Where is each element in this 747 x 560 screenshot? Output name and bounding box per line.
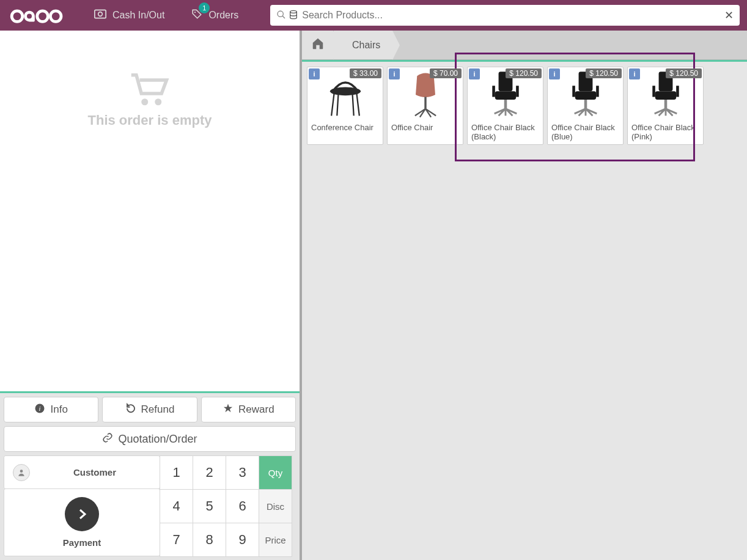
- numpad: 1 2 3 Qty 4 5 6 Disc 7 8 9 Price: [160, 455, 292, 556]
- empty-order-text: This order is empty: [88, 112, 212, 128]
- product-card[interactable]: i $ 120.50 Office Chair Black (Pink): [627, 67, 704, 145]
- breadcrumb-home[interactable]: [302, 31, 334, 59]
- product-name: Office Chair Black (Pink): [628, 122, 703, 144]
- product-name: Office Chair Black (Blue): [548, 122, 623, 144]
- home-icon: [311, 37, 325, 53]
- cash-label: Cash In/Out: [112, 10, 164, 21]
- customer-button[interactable]: Customer: [4, 455, 160, 489]
- svg-point-9: [155, 98, 161, 105]
- numpad-9[interactable]: 9: [226, 523, 259, 557]
- product-card[interactable]: i $ 70.00 Office Chair: [387, 67, 463, 145]
- search-icon: [276, 10, 286, 21]
- product-price: $ 120.50: [506, 68, 542, 78]
- refund-button[interactable]: Refund: [102, 397, 197, 422]
- product-name: Conference Chair: [307, 122, 383, 135]
- star-icon: [223, 403, 234, 417]
- numpad-5[interactable]: 5: [193, 489, 226, 523]
- search-box[interactable]: ✕: [270, 5, 740, 26]
- numpad-4[interactable]: 4: [160, 489, 193, 523]
- svg-point-2: [50, 11, 61, 22]
- payment-button[interactable]: Payment: [4, 488, 160, 556]
- search-input[interactable]: [302, 10, 724, 21]
- odoo-logo[interactable]: [0, 6, 81, 25]
- numpad-8[interactable]: 8: [193, 523, 226, 557]
- app-header: Cash In/Out 1 Orders ✕: [0, 0, 747, 31]
- user-icon: [13, 464, 30, 481]
- cash-in-out-button[interactable]: Cash In/Out: [81, 0, 178, 31]
- product-grid: i $ 33.00 Conference Chair i $ 70.00 Off…: [302, 60, 747, 150]
- numpad-1[interactable]: 1: [160, 455, 193, 490]
- reward-button[interactable]: Reward: [201, 397, 296, 422]
- link-icon: [102, 432, 113, 446]
- right-panel: Chairs i $ 33.00 Conference Chair i $ 70…: [302, 31, 747, 560]
- svg-point-0: [12, 11, 23, 22]
- database-icon: [289, 10, 298, 21]
- numpad-3[interactable]: 3: [226, 455, 259, 490]
- breadcrumb: Chairs: [302, 31, 747, 60]
- undo-icon: [125, 403, 136, 417]
- quotation-button[interactable]: Quotation/Order: [4, 426, 296, 452]
- product-card[interactable]: i $ 33.00 Conference Chair: [307, 67, 383, 145]
- orders-label: Orders: [208, 10, 238, 21]
- cart-icon: [128, 73, 171, 109]
- svg-point-4: [98, 12, 103, 17]
- order-area: This order is empty: [0, 31, 300, 391]
- numpad-qty[interactable]: Qty: [259, 455, 292, 490]
- info-icon[interactable]: i: [309, 68, 320, 79]
- breadcrumb-category[interactable]: Chairs: [334, 31, 392, 59]
- numpad-disc[interactable]: Disc: [259, 489, 292, 523]
- svg-rect-3: [95, 10, 106, 18]
- info-icon[interactable]: i: [549, 68, 560, 79]
- left-panel: This order is empty i Info Refund Reward…: [0, 31, 302, 560]
- svg-point-12: [20, 470, 23, 473]
- numpad-2[interactable]: 2: [193, 455, 226, 490]
- product-price: $ 120.50: [586, 68, 622, 78]
- svg-point-8: [141, 98, 148, 105]
- product-name: Office Chair: [388, 122, 463, 135]
- cash-icon: [94, 9, 106, 21]
- orders-button[interactable]: 1 Orders: [178, 0, 252, 31]
- numpad-7[interactable]: 7: [160, 523, 193, 557]
- product-card[interactable]: i $ 120.50 Office Chair Black (Blue): [547, 67, 624, 145]
- chevron-right-icon: [65, 497, 99, 531]
- product-price: $ 120.50: [666, 68, 702, 78]
- info-button[interactable]: i Info: [4, 397, 98, 422]
- svg-point-1: [37, 11, 48, 22]
- svg-point-6: [278, 11, 283, 17]
- svg-point-7: [290, 10, 297, 13]
- numpad-6[interactable]: 6: [226, 489, 259, 523]
- product-price: $ 70.00: [430, 68, 462, 78]
- info-icon: i: [34, 403, 45, 417]
- product-price: $ 33.00: [350, 68, 381, 78]
- info-icon[interactable]: i: [469, 68, 480, 79]
- product-name: Office Chair Black (Black): [468, 122, 543, 144]
- info-icon[interactable]: i: [629, 68, 640, 79]
- numpad-price[interactable]: Price: [259, 523, 292, 557]
- info-icon[interactable]: i: [389, 68, 400, 79]
- svg-point-5: [194, 12, 196, 13]
- clear-search-icon[interactable]: ✕: [724, 9, 734, 22]
- svg-text:i: i: [39, 405, 41, 411]
- product-card[interactable]: i $ 120.50 Office Chair Black (Black): [467, 67, 543, 145]
